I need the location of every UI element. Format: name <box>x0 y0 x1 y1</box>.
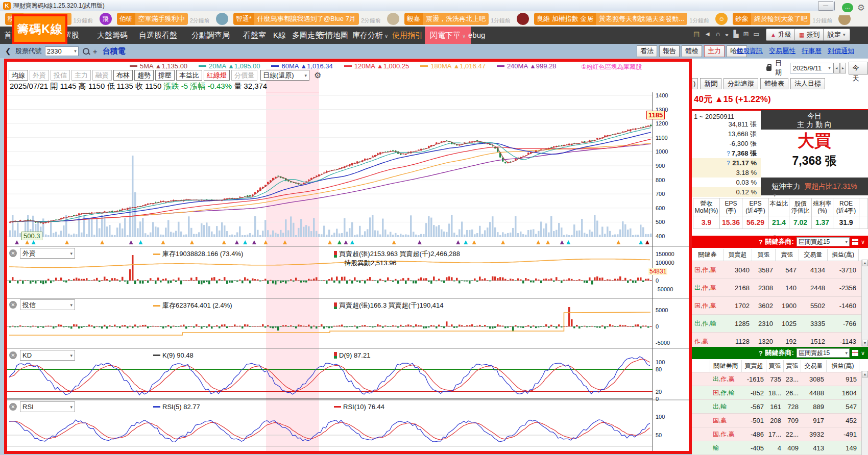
close-icon[interactable]: ✕ <box>9 351 17 359</box>
chart-settings-gear-icon[interactable]: ⚙ <box>314 70 321 80</box>
table-row[interactable]: 国,作,赢-48617...22...3932-491 <box>692 427 868 441</box>
buy-filter-select[interactable]: 區間買超15▾ <box>797 237 850 246</box>
scrollbar[interactable]: ▲▼ <box>861 260 868 346</box>
stockbar-button-主力[interactable]: 主力 <box>704 45 725 57</box>
ticker-message[interactable]: 智通*什麼鳥事都讓我遇到了@Blue 7月 <box>233 13 359 25</box>
close-icon[interactable]: ✕ <box>9 403 17 411</box>
avatar[interactable] <box>387 13 399 25</box>
sell-filter-select[interactable]: 區間賣超15▾ <box>797 348 850 358</box>
indicator-select-trust[interactable]: 投信▾ <box>20 299 75 310</box>
indicator-select-rsi[interactable]: RSI▾ <box>20 401 75 412</box>
settings-button[interactable]: 設定 ▾ <box>823 29 850 41</box>
toolbar-button-融資[interactable]: 融資 <box>92 70 112 81</box>
back-arrow-icon[interactable]: ❮ <box>5 47 11 55</box>
upgrade-button[interactable]: ▲ 升級 <box>766 29 796 41</box>
chevron-down-icon[interactable]: ∨ <box>861 239 865 245</box>
toolbar-button-外資[interactable]: 外資 <box>30 70 49 81</box>
tab-新聞[interactable]: 新聞 <box>700 78 721 89</box>
table-row[interactable]: 国,作,赢304035875474134-3710 <box>692 261 868 279</box>
table-row[interactable]: 出,作,赢216823081402448-2356 <box>692 279 868 297</box>
tab-法人目標[interactable]: 法人目標 <box>790 78 825 89</box>
toolbar-button-趨勢[interactable]: 趨勢 <box>134 70 154 81</box>
interval-select[interactable]: 日線(還原)▾ <box>260 70 309 81</box>
grid-icon[interactable]: ⊞ <box>743 30 749 38</box>
lock-icon[interactable] <box>766 66 771 71</box>
stockbar-link-行事曆[interactable]: 行事曆 <box>802 46 822 56</box>
avatar[interactable]: 飛 <box>100 13 112 25</box>
date-prev-button[interactable]: ◂ <box>833 63 840 73</box>
avatar[interactable]: ☺ <box>715 13 728 25</box>
menu-item-6[interactable]: 看盤室 <box>243 27 266 44</box>
menu-item-10[interactable]: 庫存分析∨ <box>352 27 388 44</box>
highlighted-menu-badge[interactable]: 籌碼K線 <box>12 14 67 44</box>
minimize-button[interactable]: — <box>818 1 833 11</box>
menu-item-12[interactable]: 閃電下單∨ <box>425 27 471 44</box>
monitor-icon[interactable]: ▭ <box>753 30 759 38</box>
help-icon[interactable]: ? <box>727 160 730 167</box>
ticker-message[interactable]: 毅嘉震盪，洗洗再北上吧 <box>404 13 489 25</box>
add-stock-button[interactable]: + <box>93 47 98 56</box>
date-input[interactable]: 2025/9/11▾ <box>790 63 833 73</box>
scroll-down-button[interactable]: ▼ <box>862 340 868 346</box>
chevron-down-icon[interactable]: ∨ <box>861 350 865 357</box>
indicator-select-kd[interactable]: KD▾ <box>20 350 75 361</box>
menu-item-3[interactable]: 大盤籌碼 <box>97 27 128 44</box>
table-row[interactable]: 国,赢-501208709917452 <box>692 414 868 427</box>
close-icon[interactable]: ✕ <box>9 249 17 257</box>
close-icon[interactable]: ✕ <box>9 301 17 309</box>
table-grid-icon[interactable] <box>852 350 858 356</box>
toolbar-button-本益比[interactable]: 本益比 <box>176 70 202 81</box>
scroll-up-button[interactable]: ▲ <box>862 371 868 377</box>
avatar[interactable] <box>517 13 529 25</box>
stock-code-input[interactable]: 2330▾ <box>45 46 79 56</box>
menu-item-7[interactable]: K線 <box>273 27 286 44</box>
megaphone-icon[interactable]: ◄ <box>704 30 711 38</box>
stockbar-button-體檢[interactable]: 體檢 <box>682 45 702 57</box>
toolbar-button-撐壓[interactable]: 撐壓 <box>155 70 175 81</box>
price-chart-canvas[interactable]: 1400130012001100100090080070060050040015… <box>7 92 689 451</box>
table-grid-icon[interactable] <box>852 239 858 245</box>
ticker-message[interactable]: 良維 加權指數 金居黃老照每天都說隔天要發動... <box>534 13 687 25</box>
toolbar-button-主力[interactable]: 主力 <box>71 70 91 81</box>
menu-item-5[interactable]: 分點調查局 <box>191 27 230 44</box>
table-row[interactable]: 輸-4054409413149 <box>692 441 868 455</box>
stockbar-link-交易屬性[interactable]: 交易屬性 <box>769 46 795 56</box>
menu-item-13[interactable]: ebug <box>468 27 485 44</box>
stockbar-link-到價通知[interactable]: 到價通知 <box>828 46 854 56</box>
chat-icon[interactable]: ◒ <box>725 30 729 38</box>
checkin-button[interactable]: ▦ 簽到 <box>794 29 824 41</box>
chat-bubble-icon[interactable]: … <box>842 3 853 12</box>
toolbar-button-投信[interactable]: 投信 <box>51 70 70 81</box>
table-row[interactable]: 出,作,赢-161573523...3085915 <box>692 372 868 386</box>
stockbar-button-報告[interactable]: 報告 <box>659 45 680 57</box>
toolbar-button-紅綠燈[interactable]: 紅綠燈 <box>204 70 230 81</box>
indicator-select-foreign[interactable]: 外資▾ <box>20 248 75 259</box>
toolbar-button-布林[interactable]: 布林 <box>113 70 133 81</box>
ticker-message[interactable]: 鈔象終於輪到大象了吧 <box>733 13 810 25</box>
search-icon[interactable] <box>83 48 89 55</box>
help-icon[interactable]: ? <box>727 150 730 157</box>
table-row[interactable]: 国,作,輸-85218...26...44881604 <box>692 386 868 400</box>
collapse-arrow[interactable]: ▾ <box>774 193 776 198</box>
menu-item-11[interactable]: 使用指引 <box>392 27 423 44</box>
today-button[interactable]: 今天 <box>849 62 868 74</box>
date-next-button[interactable]: ▸ <box>840 63 847 73</box>
headset-icon[interactable]: ∩ <box>715 30 720 38</box>
toolbar-button-分價量[interactable]: 分價量 <box>231 70 257 81</box>
help-icon[interactable]: ? <box>759 349 763 357</box>
tab-體檢表[interactable]: 體檢表 <box>760 78 788 89</box>
table-row[interactable]: 国,作,赢1702360219005502-1460 <box>692 297 868 315</box>
table-row[interactable]: 出,輸-567161728889547 <box>692 400 868 414</box>
help-icon[interactable]: ? <box>759 238 763 246</box>
stock-name-link[interactable]: 台積電 <box>103 46 126 56</box>
stockbar-button-看法[interactable]: 看法 <box>637 45 657 57</box>
scroll-up-button[interactable]: ▲ <box>862 260 868 266</box>
stockbar-link-個股資訊[interactable]: 個股資訊 <box>736 46 763 56</box>
scrollbar[interactable]: ▲▼ <box>861 371 868 455</box>
stats-icon[interactable]: ▙ <box>733 30 738 38</box>
note-icon[interactable]: ▤ <box>693 30 700 38</box>
tab-分點追蹤[interactable]: 分點追蹤 <box>724 78 758 89</box>
menu-item-9[interactable]: 行情地圖 <box>318 27 348 44</box>
avatar[interactable] <box>216 13 228 25</box>
menu-item-4[interactable]: 自選股看盤 <box>139 27 177 44</box>
